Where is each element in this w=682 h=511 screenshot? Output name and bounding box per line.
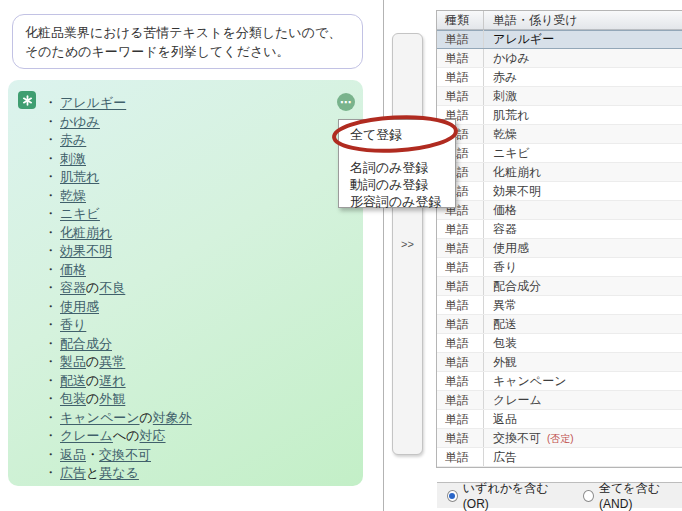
menu-item-3[interactable]: 形容詞のみ登録	[339, 193, 455, 210]
keyword-particle: の	[86, 391, 99, 406]
table-row[interactable]: 単語乾燥	[437, 125, 682, 144]
table-row[interactable]: 単語使用感	[437, 239, 682, 258]
cell-category: 単語	[437, 391, 484, 409]
bullet: ・	[44, 299, 57, 314]
keyword-list: ・アレルギー・かゆみ・赤み・刺激・肌荒れ・乾燥・ニキビ・化粧崩れ・効果不明・価格…	[44, 94, 192, 483]
table-row[interactable]: 単語かゆみ	[437, 49, 682, 68]
transfer-button[interactable]: >>	[392, 33, 423, 455]
keyword-link[interactable]: 遅れ	[99, 373, 125, 388]
keyword-link[interactable]: キャンペーン	[60, 410, 140, 425]
keyword-link[interactable]: 対応	[140, 428, 166, 443]
cell-word: キャンペーン	[484, 372, 682, 390]
radio-label: いずれかを含む(OR)	[463, 480, 561, 511]
keyword-particle: への	[113, 428, 140, 443]
keyword-link[interactable]: 香り	[60, 317, 86, 332]
column-header-word[interactable]: 単語・係り受け	[484, 11, 682, 29]
table-row[interactable]: 単語キャンペーン	[437, 372, 682, 391]
keyword-link[interactable]: 乾燥	[60, 188, 86, 203]
table-row[interactable]: 単語交換不可(否定)	[437, 429, 682, 448]
keyword-link[interactable]: 配合成分	[60, 336, 112, 351]
keyword-link[interactable]: 異なる	[99, 465, 139, 480]
keyword-particle: の	[86, 373, 99, 388]
cell-word: 返品	[484, 410, 682, 428]
keyword-link[interactable]: 容器	[60, 280, 86, 295]
keyword-link[interactable]: 返品	[60, 447, 86, 462]
table-row[interactable]: 単語香り	[437, 258, 682, 277]
cell-word: 効果不明	[484, 182, 682, 200]
menu-item-1[interactable]: 名詞のみ登録	[339, 159, 455, 176]
keyword-link[interactable]: アレルギー	[60, 95, 126, 110]
table-row[interactable]: 単語容器	[437, 220, 682, 239]
bullet: ・	[44, 114, 57, 129]
cell-word: クレーム	[484, 391, 682, 409]
keyword-link[interactable]: 異常	[99, 354, 125, 369]
keyword-link[interactable]: 対象外	[153, 410, 192, 425]
filter-radio-1[interactable]: 全てを含む(AND)	[583, 480, 682, 511]
cell-category: 単語	[437, 372, 484, 390]
menu-item-2[interactable]: 動詞のみ登録	[339, 176, 455, 193]
keyword-link[interactable]: 広告	[60, 465, 86, 480]
keyword-link[interactable]: 刺激	[60, 151, 86, 166]
keyword-item: ・使用感	[44, 298, 192, 317]
keyword-link[interactable]: 肌荒れ	[60, 169, 99, 184]
keyword-link[interactable]: 赤み	[60, 132, 86, 147]
app-window: 化粧品業界における苦情テキストを分類したいので、 そのためのキーワードを列挙して…	[0, 0, 682, 511]
keyword-particle: の	[86, 354, 99, 369]
table-row[interactable]: 単語返品	[437, 410, 682, 429]
column-header-category[interactable]: 種類	[437, 11, 484, 29]
table-row[interactable]: 単語効果不明	[437, 182, 682, 201]
keyword-item: ・アレルギー	[44, 94, 192, 113]
keyword-link[interactable]: 包装	[60, 391, 86, 406]
keyword-link[interactable]: 価格	[60, 262, 86, 277]
table-row[interactable]: 単語化粧崩れ	[437, 163, 682, 182]
bullet: ・	[44, 151, 57, 166]
table-row[interactable]: 単語異常	[437, 296, 682, 315]
table-row[interactable]: 単語外観	[437, 353, 682, 372]
table-row[interactable]: 単語配合成分	[437, 277, 682, 296]
table-row[interactable]: 単語肌荒れ	[437, 106, 682, 125]
keyword-item: ・ニキビ	[44, 205, 192, 224]
table-row[interactable]: 単語価格	[437, 201, 682, 220]
bullet: ・	[44, 206, 57, 221]
keyword-link[interactable]: 交換不可	[99, 447, 151, 462]
table-row[interactable]: 単語配送	[437, 315, 682, 334]
keyword-link[interactable]: 不良	[99, 280, 125, 295]
keyword-particle: と	[86, 465, 99, 480]
keyword-link[interactable]: クレーム	[60, 428, 113, 443]
table-row[interactable]: 単語アレルギー	[437, 30, 682, 49]
keyword-link[interactable]: 効果不明	[60, 243, 112, 258]
cell-word: 化粧崩れ	[484, 163, 682, 181]
keyword-item: ・価格	[44, 261, 192, 280]
table-row[interactable]: 単語ニキビ	[437, 144, 682, 163]
keyword-link[interactable]: 製品	[60, 354, 86, 369]
keyword-link[interactable]: 外観	[99, 391, 125, 406]
more-options-button[interactable]: ⋯	[337, 93, 355, 111]
cell-word: アレルギー	[484, 30, 682, 48]
bullet: ・	[44, 317, 57, 332]
cell-category: 単語	[437, 410, 484, 428]
table-row[interactable]: 単語広告	[437, 448, 682, 467]
cell-category: 単語	[437, 87, 484, 105]
keyword-link[interactable]: かゆみ	[60, 114, 100, 129]
cell-word: 広告	[484, 448, 682, 466]
filter-radio-0[interactable]: いずれかを含む(OR)	[447, 480, 561, 511]
menu-item-0[interactable]: 全て登録	[339, 125, 455, 144]
keyword-link[interactable]: ニキビ	[60, 206, 100, 221]
table-row[interactable]: 単語クレーム	[437, 391, 682, 410]
keyword-link[interactable]: 使用感	[60, 299, 99, 314]
bullet: ・	[44, 447, 57, 462]
cell-word: 赤み	[484, 68, 682, 86]
keyword-item: ・乾燥	[44, 187, 192, 206]
table-header: 種類 単語・係り受け	[437, 11, 682, 30]
keyword-item: ・刺激	[44, 150, 192, 169]
keyword-link[interactable]: 化粧崩れ	[60, 225, 112, 240]
cell-word: 容器	[484, 220, 682, 238]
table-row[interactable]: 単語刺激	[437, 87, 682, 106]
keyword-item: ・効果不明	[44, 242, 192, 261]
cell-category: 単語	[437, 220, 484, 238]
bullet: ・	[44, 373, 57, 388]
keyword-link[interactable]: 配送	[60, 373, 86, 388]
table-row[interactable]: 単語赤み	[437, 68, 682, 87]
table-row[interactable]: 単語包装	[437, 334, 682, 353]
bullet: ・	[44, 336, 57, 351]
